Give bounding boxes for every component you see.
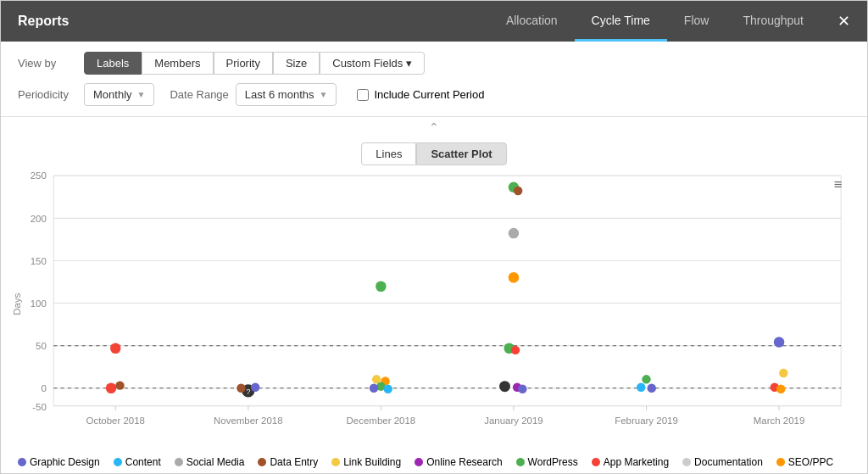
legend-link-building: Link Building (331, 456, 401, 468)
close-button[interactable]: ✕ (837, 12, 850, 31)
collapse-button[interactable]: ⌃ (9, 117, 859, 137)
legend-dot-data-entry (258, 458, 266, 466)
periodicity-row: Periodicity Monthly ▼ Date Range Last 6 … (18, 83, 850, 106)
svg-point-37 (251, 383, 259, 392)
view-by-priority[interactable]: Priority (214, 52, 273, 75)
svg-text:100: 100 (31, 298, 47, 309)
tab-allocation[interactable]: Allocation (489, 2, 575, 42)
svg-point-42 (370, 384, 378, 393)
view-by-custom-fields[interactable]: Custom Fields ▾ (320, 52, 425, 75)
svg-text:150: 150 (31, 256, 47, 266)
periodicity-arrow: ▼ (137, 90, 146, 99)
svg-point-54 (648, 384, 656, 393)
svg-point-53 (642, 375, 650, 383)
svg-text:0: 0 (41, 383, 46, 393)
svg-rect-0 (53, 176, 841, 405)
svg-point-45 (514, 187, 522, 195)
periodicity-label: Periodicity (18, 88, 77, 101)
svg-text:-50: -50 (32, 402, 47, 412)
svg-point-59 (776, 385, 785, 393)
legend-dot-social-media (175, 458, 183, 466)
date-range-label: Date Range (170, 88, 228, 101)
svg-point-55 (637, 383, 645, 392)
date-range-value: Last 6 months (245, 88, 314, 101)
legend-content: Content (114, 456, 161, 468)
legend-documentation: Documentation (682, 456, 763, 468)
svg-point-38 (376, 281, 387, 292)
svg-point-49 (511, 346, 520, 354)
date-range-select[interactable]: Last 6 months ▼ (236, 83, 337, 106)
svg-point-46 (509, 228, 520, 239)
svg-text:October 2018: October 2018 (86, 415, 146, 426)
svg-text:March 2019: March 2019 (754, 415, 805, 426)
legend-label-data-entry: Data Entry (270, 456, 318, 468)
legend-label-app-marketing: App Marketing (604, 456, 669, 468)
svg-point-32 (106, 383, 117, 394)
view-by-label: View by (18, 57, 77, 70)
svg-point-47 (509, 272, 520, 283)
legend-label-social-media: Social Media (186, 456, 245, 468)
legend-label-link-building: Link Building (343, 456, 401, 468)
legend-seo-ppc: SEO/PPC (776, 456, 833, 468)
modal-title: Reports (18, 14, 69, 29)
view-by-row: View by Labels Members Priority Size Cus… (18, 52, 850, 75)
svg-text:January 2019: January 2019 (484, 415, 543, 426)
modal-header: Reports Allocation Cycle Time Flow Throu… (1, 1, 867, 42)
svg-text:200: 200 (31, 214, 47, 224)
legend-dot-seo-ppc (776, 458, 785, 466)
include-current-row: Include Current Period (357, 88, 484, 101)
legend-online-research: Online Research (415, 456, 502, 468)
svg-text:250: 250 (31, 170, 47, 181)
chart-container: 250 200 150 100 50 0 -50 Days October 20… (9, 170, 859, 433)
svg-text:December 2018: December 2018 (347, 415, 416, 426)
legend-social-media: Social Media (175, 456, 245, 468)
legend-dot-documentation (682, 458, 691, 466)
lines-tab[interactable]: Lines (361, 142, 416, 165)
tab-throughput[interactable]: Throughput (726, 2, 821, 42)
scatter-chart: 250 200 150 100 50 0 -50 Days October 20… (9, 170, 859, 433)
svg-text:February 2019: February 2019 (615, 415, 678, 426)
svg-text:≡: ≡ (834, 176, 843, 192)
periodicity-select[interactable]: Monthly ▼ (84, 83, 154, 106)
svg-text:?: ? (246, 387, 250, 396)
chart-area: ⌃ Lines Scatter Plot 250 (1, 117, 867, 451)
svg-point-31 (110, 343, 121, 354)
controls-panel: View by Labels Members Priority Size Cus… (1, 42, 867, 117)
legend-app-marketing: App Marketing (592, 456, 669, 468)
legend-label-documentation: Documentation (694, 456, 763, 468)
legend-label-content: Content (125, 456, 161, 468)
svg-text:Days: Days (12, 293, 22, 315)
periodicity-value: Monthly (93, 88, 132, 101)
tab-cycle-time[interactable]: Cycle Time (575, 2, 667, 42)
header-tabs: Allocation Cycle Time Flow Throughput (489, 2, 821, 42)
svg-point-36 (236, 384, 245, 393)
view-by-labels[interactable]: Labels (84, 52, 142, 75)
svg-point-50 (498, 380, 511, 393)
svg-text:November 2018: November 2018 (214, 415, 283, 426)
legend-dot-link-building (331, 458, 340, 466)
legend-dot-app-marketing (592, 458, 600, 466)
legend-label-seo-ppc: SEO/PPC (788, 456, 833, 468)
legend-data-entry: Data Entry (258, 456, 318, 468)
include-current-checkbox[interactable] (357, 89, 369, 101)
svg-text:50: 50 (36, 341, 47, 351)
svg-point-33 (115, 381, 124, 389)
legend-wordpress: WordPress (516, 456, 578, 468)
legend-label-wordpress: WordPress (528, 456, 578, 468)
view-by-members[interactable]: Members (142, 52, 213, 75)
view-by-size[interactable]: Size (273, 52, 320, 75)
legend-dot-wordpress (516, 458, 525, 466)
legend-dot-graphic-design (18, 458, 26, 466)
date-range-arrow: ▼ (319, 90, 327, 99)
chart-type-controls: Lines Scatter Plot (9, 142, 859, 165)
svg-point-56 (774, 337, 785, 348)
svg-point-43 (384, 385, 392, 393)
svg-point-57 (779, 369, 787, 377)
include-current-label: Include Current Period (374, 88, 484, 101)
scatter-plot-tab[interactable]: Scatter Plot (416, 142, 506, 165)
view-by-buttons: Labels Members Priority Size Custom Fiel… (84, 52, 425, 75)
tab-flow[interactable]: Flow (667, 2, 726, 42)
legend-label-online-research: Online Research (426, 456, 502, 468)
legend-label-graphic-design: Graphic Design (30, 456, 100, 468)
legend-dot-content (114, 458, 122, 466)
